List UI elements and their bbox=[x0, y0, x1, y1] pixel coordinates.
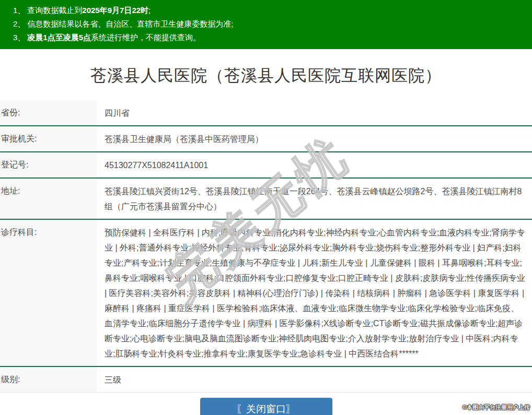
row-label: 审批机关: bbox=[0, 126, 97, 151]
notice-text: 查询数据截止到 bbox=[27, 6, 82, 15]
table-row-registration-number: 登记号: 45130277X51082411A1001 bbox=[0, 152, 532, 179]
row-label: 地址: bbox=[0, 179, 97, 219]
row-value: 三级 bbox=[97, 367, 532, 392]
image-credit-text: ©本图由平台注册用户上传 bbox=[462, 404, 530, 411]
notice-line-3: 3、凌晨1点至凌晨5点系统进行维护，不能提供查询。 bbox=[13, 31, 527, 44]
close-window-button[interactable]: 〖关闭窗口〗 bbox=[200, 398, 332, 415]
row-value: 苍溪县卫生健康局（苍溪县中医药管理局） bbox=[97, 126, 532, 151]
table-row-medical-departments: 诊疗科目: 预防保健科 | 全科医疗科 | 内科;呼吸内科专业;消化内科专业;神… bbox=[0, 220, 532, 367]
notice-text: 信息数据结果以各省、自治区、直辖市卫生健康委数据为准; bbox=[27, 19, 233, 28]
table-row-province: 省份: 四川省 bbox=[0, 100, 532, 126]
row-value: 苍溪县陵江镇兴贤街12号、苍溪县陵江镇江南干道一段264号、苍溪县云峰镇赵公坝路… bbox=[97, 179, 532, 219]
hospital-title: 苍溪县人民医院（苍溪县人民医院互联网医院） bbox=[0, 49, 532, 100]
table-row-address: 地址: 苍溪县陵江镇兴贤街12号、苍溪县陵江镇江南干道一段264号、苍溪县云峰镇… bbox=[0, 179, 532, 220]
row-label: 级别: bbox=[0, 367, 97, 392]
button-area: 〖关闭窗口〗 bbox=[0, 398, 532, 415]
notice-line-2: 2、信息数据结果以各省、自治区、直辖市卫生健康委数据为准; bbox=[13, 17, 527, 31]
notice-number: 3、 bbox=[13, 33, 25, 42]
row-label: 诊疗科目: bbox=[0, 220, 97, 366]
row-label: 省份: bbox=[0, 100, 97, 125]
notice-text-bold: 凌晨1点至凌晨5点 bbox=[27, 33, 91, 42]
query-result-page: 1、查询数据截止到2025年9月7日22时; 2、信息数据结果以各省、自治区、直… bbox=[0, 0, 532, 415]
hospital-info-table: 省份: 四川省 审批机关: 苍溪县卫生健康局（苍溪县中医药管理局） 登记号: 4… bbox=[0, 100, 532, 393]
row-value: 四川省 bbox=[97, 100, 532, 125]
notice-text: 系统进行维护，不能提供查询。 bbox=[91, 33, 201, 42]
notice-banner: 1、查询数据截止到2025年9月7日22时; 2、信息数据结果以各省、自治区、直… bbox=[0, 0, 532, 49]
row-value: 45130277X51082411A1001 bbox=[97, 152, 532, 177]
row-value: 预防保健科 | 全科医疗科 | 内科;呼吸内科专业;消化内科专业;神经内科专业;… bbox=[97, 220, 532, 366]
row-label: 登记号: bbox=[0, 152, 97, 177]
notice-number: 1、 bbox=[13, 6, 25, 15]
notice-line-1: 1、查询数据截止到2025年9月7日22时; bbox=[13, 4, 527, 17]
notice-text: ; bbox=[148, 6, 151, 15]
notice-number: 2、 bbox=[13, 19, 25, 28]
table-row-approval-authority: 审批机关: 苍溪县卫生健康局（苍溪县中医药管理局） bbox=[0, 126, 532, 152]
notice-text-bold: 2025年9月7日22时 bbox=[82, 6, 148, 15]
table-row-level: 级别: 三级 bbox=[0, 367, 532, 393]
